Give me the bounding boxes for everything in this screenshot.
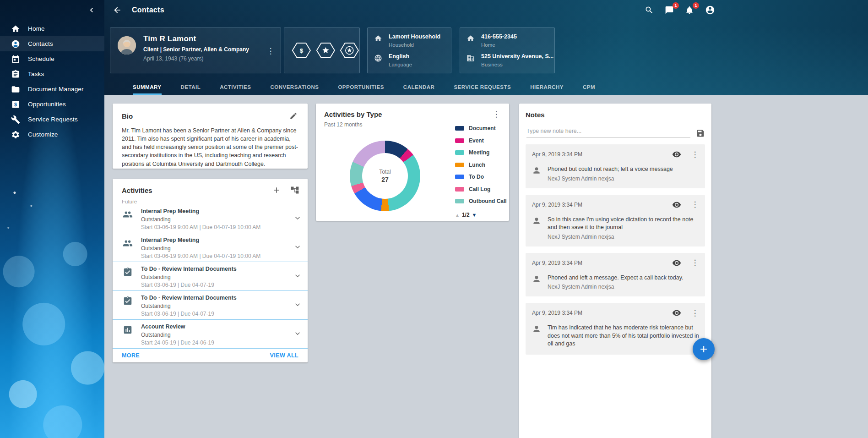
sidebar-item-document-manager[interactable]: Document Manager xyxy=(0,82,104,97)
legend-item[interactable]: Lunch xyxy=(455,161,507,169)
sidebar-item-label: Service Requests xyxy=(28,116,78,123)
legend-pager: ▲ 1/2 ▼ xyxy=(455,212,477,218)
account-button[interactable] xyxy=(705,5,716,16)
person-icon xyxy=(532,216,541,225)
activity-status: Outstanding xyxy=(141,332,293,338)
activities-hierarchy-button[interactable] xyxy=(290,186,299,195)
home-icon xyxy=(467,34,475,43)
view-all-button[interactable]: VIEW ALL xyxy=(270,352,298,359)
new-note-input[interactable] xyxy=(526,126,690,138)
messages-button[interactable]: 1 xyxy=(665,5,676,16)
add-activity-button[interactable] xyxy=(272,186,281,195)
activity-dates: Start 03-06-19 | Due 04-07-19 xyxy=(141,282,293,288)
person-icon xyxy=(532,324,541,334)
note-view-button[interactable] xyxy=(672,150,681,159)
sidebar-item-opportunities[interactable]: $ Opportunities xyxy=(0,97,104,112)
sidebar-item-service-requests[interactable]: Service Requests xyxy=(0,112,104,127)
note-view-button[interactable] xyxy=(672,258,681,268)
activity-status: Outstanding xyxy=(141,303,293,309)
bio-edit-button[interactable] xyxy=(289,111,298,120)
activity-row[interactable]: To Do - Review Internal Documents Outsta… xyxy=(113,262,308,291)
tab-cpm[interactable]: CPM xyxy=(583,80,595,95)
legend-item[interactable]: Document xyxy=(455,125,507,132)
star-hexagon-badge[interactable] xyxy=(316,41,336,60)
chevron-down-icon[interactable] xyxy=(293,214,302,223)
contact-subtitle: Client | Senior Partner, Allen & Company xyxy=(143,46,266,53)
address-field[interactable]: 525 University Avenue, S... Business xyxy=(467,53,549,67)
household-card: Lamont Household Household English Langu… xyxy=(367,27,451,73)
building-icon xyxy=(467,54,475,62)
activities-card: Activities Future Internal Prep Meeting … xyxy=(113,179,308,362)
tab-service-requests[interactable]: SERVICE REQUESTS xyxy=(454,80,511,95)
donut-total-value: 27 xyxy=(381,176,389,183)
tab-summary[interactable]: SUMMARY xyxy=(133,80,162,95)
note-menu-button[interactable]: ⋮ xyxy=(690,309,700,317)
topbar-actions: 1 1 xyxy=(645,0,716,20)
sidebar-item-schedule[interactable]: Schedule xyxy=(0,51,104,66)
address-value: 525 University Avenue, S... xyxy=(481,53,553,60)
activity-row[interactable]: Internal Prep Meeting Outstanding Start … xyxy=(113,204,308,233)
eye-icon xyxy=(672,150,681,159)
chevron-down-icon[interactable] xyxy=(293,300,302,309)
add-fab-button[interactable]: + xyxy=(693,338,715,360)
back-button[interactable] xyxy=(113,5,124,16)
dollar-hexagon-badge[interactable]: $ xyxy=(292,41,311,60)
note-text: Phoned but could not reach; left a voice… xyxy=(548,165,673,174)
language-field[interactable]: English Language xyxy=(374,53,445,67)
activity-title: To Do - Review Internal Documents xyxy=(141,295,293,301)
tab-conversations[interactable]: CONVERSATIONS xyxy=(270,80,319,95)
tab-opportunities[interactable]: OPPORTUNITIES xyxy=(338,80,384,95)
note-view-button[interactable] xyxy=(672,308,681,318)
note-menu-button[interactable]: ⋮ xyxy=(690,201,700,208)
svg-text:$: $ xyxy=(14,102,17,107)
legend-item[interactable]: Event xyxy=(455,137,507,144)
sidebar-item-tasks[interactable]: Tasks xyxy=(0,66,104,82)
more-button[interactable]: MORE xyxy=(122,352,140,359)
sidebar-collapse-button[interactable] xyxy=(87,5,98,16)
folder-icon xyxy=(11,85,20,94)
note-menu-button[interactable]: ⋮ xyxy=(690,259,700,267)
chevron-down-icon[interactable] xyxy=(293,242,302,252)
phone-field[interactable]: 416-555-2345 Home xyxy=(467,33,549,48)
contact-menu-button[interactable]: ⋮ xyxy=(266,34,275,67)
save-note-button[interactable] xyxy=(696,129,705,138)
note-menu-button[interactable]: ⋮ xyxy=(690,151,700,159)
activity-row[interactable]: Account Review Outstanding Start 24-05-1… xyxy=(113,320,308,349)
chevron-down-icon[interactable] xyxy=(293,329,302,338)
legend-item[interactable]: To Do xyxy=(455,173,507,181)
activity-title: Internal Prep Meeting xyxy=(141,208,293,214)
tab-calendar[interactable]: CALENDAR xyxy=(403,80,435,95)
notifications-button[interactable]: 1 xyxy=(685,5,696,16)
note-view-button[interactable] xyxy=(672,200,681,209)
sidebar-item-contacts[interactable]: Contacts xyxy=(0,36,104,51)
globe-icon xyxy=(374,54,382,62)
person-icon xyxy=(532,274,541,284)
tab-detail[interactable]: DETAIL xyxy=(181,80,201,95)
circled-star-hexagon-badge[interactable] xyxy=(340,41,359,60)
page-down-icon[interactable]: ▼ xyxy=(472,212,477,218)
note-author: NexJ System Admin nexjsa xyxy=(548,284,683,290)
legend-swatch xyxy=(455,175,464,179)
legend-item[interactable]: Call Log xyxy=(455,186,507,193)
gear-icon xyxy=(11,130,20,139)
sidebar-item-customize[interactable]: Customize xyxy=(0,127,104,142)
activity-row[interactable]: Internal Prep Meeting Outstanding Start … xyxy=(113,233,308,262)
note-item: Apr 9, 2019 3:34 PM ⋮ Tim has indicated … xyxy=(526,303,705,355)
legend-item[interactable]: Meeting xyxy=(455,149,507,156)
activities-by-type-card: Activities by Type ⋮ Past 12 months Tota… xyxy=(316,104,509,221)
sidebar-item-label: Contacts xyxy=(28,40,53,47)
phone-label: Home xyxy=(481,42,517,48)
tab-activities[interactable]: ACTIVITIES xyxy=(220,80,251,95)
page-up-icon[interactable]: ▲ xyxy=(455,213,460,218)
tab-hierarchy[interactable]: HIERARCHY xyxy=(530,80,564,95)
legend-item[interactable]: Outbound Call xyxy=(455,197,507,205)
chevron-down-icon[interactable] xyxy=(293,271,302,280)
donut-chart-wrap: Total 27 xyxy=(350,141,420,211)
search-button[interactable] xyxy=(645,5,656,16)
activity-row[interactable]: To Do - Review Internal Documents Outsta… xyxy=(113,291,308,320)
household-field[interactable]: Lamont Household Household xyxy=(374,33,445,48)
activities-group-label: Future xyxy=(113,199,308,204)
chart-menu-button[interactable]: ⋮ xyxy=(492,110,501,118)
sidebar-item-home[interactable]: Home xyxy=(0,21,104,36)
page-header: Contacts 1 1 xyxy=(104,0,868,95)
